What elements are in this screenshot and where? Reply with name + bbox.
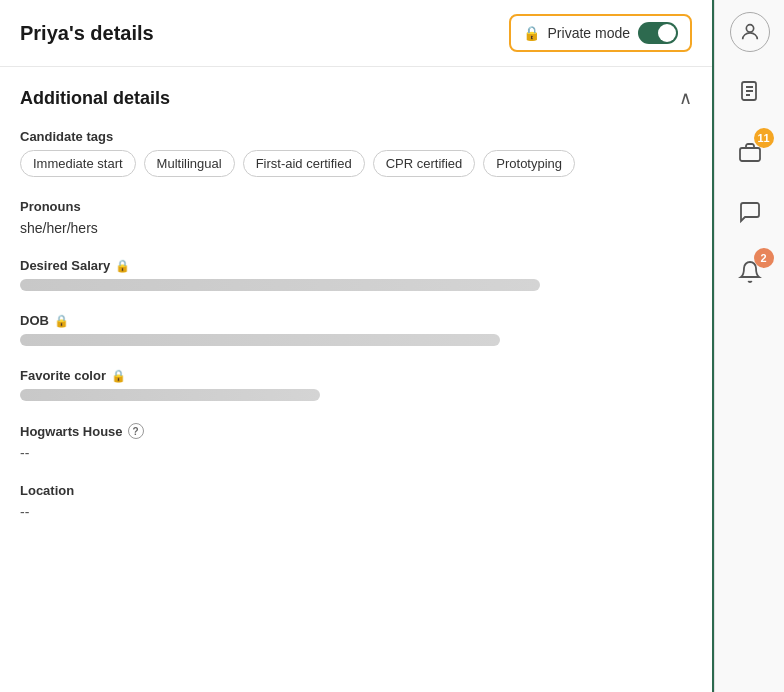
tags-container: Immediate start Multilingual First-aid c… [20, 150, 692, 177]
toggle-track[interactable] [638, 22, 678, 44]
dob-lock-icon: 🔒 [54, 314, 69, 328]
favorite-color-lock-icon: 🔒 [111, 369, 126, 383]
desired-salary-label: Desired Salary 🔒 [20, 258, 692, 273]
pronouns-value: she/her/hers [20, 220, 692, 236]
user-avatar-button[interactable] [730, 12, 770, 52]
briefcase-icon-button[interactable]: 11 [730, 132, 770, 172]
desired-salary-blur-bar [20, 279, 540, 291]
private-mode-toggle[interactable] [638, 22, 678, 44]
notification-icon-button[interactable]: 2 [730, 252, 770, 292]
notification-badge: 2 [754, 248, 774, 268]
toggle-thumb [658, 24, 676, 42]
tag-multilingual[interactable]: Multilingual [144, 150, 235, 177]
private-mode-badge[interactable]: 🔒 Private mode [509, 14, 692, 52]
right-sidebar: 11 2 [714, 0, 784, 692]
section-header: Additional details ∧ [20, 87, 692, 109]
collapse-icon[interactable]: ∧ [679, 87, 692, 109]
page-header: Priya's details 🔒 Private mode [0, 0, 712, 67]
tag-prototyping[interactable]: Prototyping [483, 150, 575, 177]
svg-rect-2 [740, 148, 760, 161]
tag-immediate-start[interactable]: Immediate start [20, 150, 136, 177]
private-mode-label: Private mode [548, 25, 630, 41]
svg-point-0 [746, 25, 753, 32]
candidate-tags-label: Candidate tags [20, 129, 692, 144]
dob-field: DOB 🔒 [20, 313, 692, 346]
lock-icon: 🔒 [523, 25, 540, 41]
page-title: Priya's details [20, 22, 154, 45]
chat-icon-button[interactable] [730, 192, 770, 232]
location-value: -- [20, 504, 692, 520]
section-title: Additional details [20, 88, 170, 109]
document-icon-button[interactable] [730, 72, 770, 112]
tag-first-aid[interactable]: First-aid certified [243, 150, 365, 177]
favorite-color-field: Favorite color 🔒 [20, 368, 692, 401]
pronouns-field: Pronouns she/her/hers [20, 199, 692, 236]
pronouns-label: Pronouns [20, 199, 692, 214]
tag-cpr[interactable]: CPR certified [373, 150, 476, 177]
briefcase-badge: 11 [754, 128, 774, 148]
dob-blur-bar [20, 334, 500, 346]
favorite-color-label: Favorite color 🔒 [20, 368, 692, 383]
dob-label: DOB 🔒 [20, 313, 692, 328]
candidate-tags-field: Candidate tags Immediate start Multiling… [20, 129, 692, 177]
main-content: Priya's details 🔒 Private mode Additiona… [0, 0, 712, 692]
hogwarts-help-icon: ? [128, 423, 144, 439]
desired-salary-lock-icon: 🔒 [115, 259, 130, 273]
hogwarts-house-field: Hogwarts House ? -- [20, 423, 692, 461]
hogwarts-value: -- [20, 445, 692, 461]
hogwarts-house-label: Hogwarts House ? [20, 423, 692, 439]
content-body: Additional details ∧ Candidate tags Imme… [0, 67, 712, 692]
favorite-color-blur-bar [20, 389, 320, 401]
location-label: Location [20, 483, 692, 498]
desired-salary-field: Desired Salary 🔒 [20, 258, 692, 291]
location-field: Location -- [20, 483, 692, 520]
